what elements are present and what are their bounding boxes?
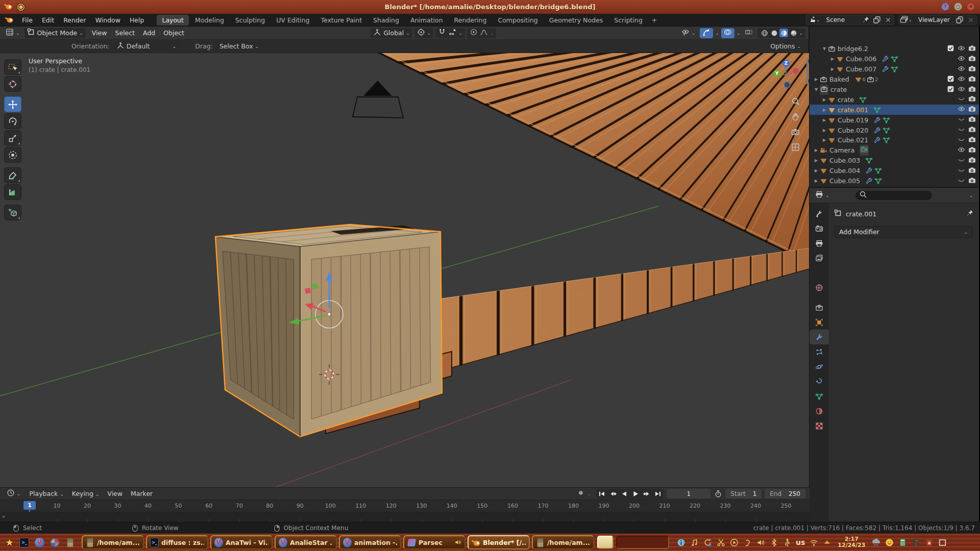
viewport-menu-view[interactable]: View (88, 28, 111, 38)
playback-keynext-button[interactable] (641, 489, 652, 499)
tool-move-button[interactable] (4, 96, 21, 112)
playback-jumplast-button[interactable] (652, 489, 664, 499)
properties-tab-material[interactable] (810, 404, 829, 418)
properties-tab-viewlayer[interactable] (810, 251, 829, 265)
toggle-eye[interactable] (958, 65, 965, 74)
end-frame-field[interactable]: End 250 (765, 489, 805, 498)
shading-wireframe-button[interactable] (760, 29, 769, 37)
playback-jumpfirst-button[interactable] (596, 489, 607, 499)
zoom-tool-button[interactable] (791, 97, 800, 106)
auto-keying-toggle[interactable]: ⌄ (574, 489, 594, 499)
tool-scale-button[interactable] (4, 130, 21, 146)
properties-options-dropdown[interactable]: ⌄ (969, 193, 973, 198)
toggle-cam[interactable] (968, 55, 976, 64)
gizmos-toggle[interactable] (700, 28, 713, 38)
outliner-item-label[interactable]: bridge6.2 (838, 45, 868, 53)
outliner-row-cube-004[interactable]: ▶Cube.004 (810, 166, 979, 176)
timeline-expand-icon[interactable]: « (2, 514, 5, 519)
viewlayer-browse-button[interactable]: ⌄ (899, 15, 915, 25)
timeline-editor-type-button[interactable]: ⌄ (4, 489, 23, 499)
tray-scissors-icon[interactable] (716, 538, 725, 547)
navigation-gizmo[interactable]: ZY (770, 58, 802, 92)
expander-icon[interactable]: ▶ (813, 179, 820, 183)
taskbar-task-cabinet[interactable]: /home/am... (532, 535, 594, 549)
expander-icon[interactable]: ▶ (829, 57, 836, 61)
taskbar-task-vivaldi[interactable]: Vanimation -... (339, 535, 401, 549)
add-modifier-button[interactable]: Add Modifier ⌄ (834, 226, 973, 238)
maximize-button[interactable]: □ (954, 3, 962, 11)
expander-icon[interactable]: ▶ (813, 148, 820, 153)
toggle-eyeoff[interactable] (958, 126, 965, 135)
tray-ear-icon[interactable] (743, 538, 752, 547)
expander-icon[interactable]: ▶ (821, 128, 828, 133)
taskbar-task-blender[interactable]: Blender* [/... (468, 535, 530, 549)
properties-editor-type-button[interactable]: ⌄ (813, 190, 832, 201)
toggle-eyeoff[interactable] (958, 95, 965, 104)
tray-notebook-icon[interactable] (911, 538, 920, 547)
outliner-item-label[interactable]: Cube.003 (829, 157, 860, 164)
pin-icon[interactable] (860, 16, 871, 24)
overlays-toggle[interactable] (721, 28, 734, 38)
outliner-row-cube-020[interactable]: ▶Cube.020 (810, 125, 979, 135)
timeline-menu-marker[interactable]: Marker (127, 489, 157, 498)
options-dropdown[interactable]: Options⌄ (768, 41, 803, 52)
toggle-eye[interactable] (958, 55, 965, 64)
outliner-item-label[interactable]: Cube.007 (846, 65, 876, 73)
xray-toggle[interactable] (742, 28, 755, 38)
gizmos-dropdown[interactable]: ⌄ (715, 31, 719, 36)
orientation-setting-dropdown[interactable]: Default⌄ (114, 41, 179, 52)
viewport-scrollbar[interactable] (806, 58, 808, 85)
keyboard-layout-indicator[interactable]: us (796, 538, 805, 546)
quicklaunch-media-icon[interactable] (50, 537, 60, 548)
quicklaunch-terminal-icon[interactable]: >_ (19, 537, 30, 548)
expander-icon[interactable]: ▶ (821, 108, 828, 112)
scene-camera-object[interactable] (353, 81, 403, 118)
current-frame-field[interactable]: 1 (667, 489, 710, 498)
viewport-menu-select[interactable]: Select (111, 28, 139, 38)
axis-x-handle[interactable] (793, 68, 799, 74)
toggle-check[interactable] (947, 75, 954, 84)
workspace-switcher-button[interactable] (597, 536, 614, 549)
menu-help[interactable]: Help (125, 15, 149, 26)
toggle-cam[interactable] (968, 65, 976, 74)
viewlayer-name[interactable]: ViewLayer (914, 16, 954, 23)
toggle-cam[interactable] (968, 85, 976, 94)
scene-browse-button[interactable]: ⌄ (806, 15, 822, 25)
orientation-dropdown[interactable]: Global⌄ (371, 28, 412, 38)
scene-name[interactable]: Scene (822, 16, 860, 23)
workspace-tab-modeling[interactable]: Modeling (190, 15, 229, 26)
playback-keyprev-button[interactable] (607, 489, 619, 499)
workspace-tab-compositing[interactable]: Compositing (493, 15, 543, 26)
tool-add-cube-button[interactable] (4, 205, 21, 220)
blender-menu-icon[interactable] (5, 15, 13, 25)
timeline-ruler[interactable]: 1020304050607080901001101201301401501601… (0, 500, 810, 512)
pan-tool-button[interactable] (791, 112, 800, 121)
tray-dictionary-icon[interactable]: a (924, 538, 934, 547)
proportional-toggle[interactable] (470, 28, 478, 38)
expander-icon[interactable]: ▶ (821, 138, 828, 142)
timeline-menu-view[interactable]: View (103, 489, 127, 498)
shading-rendered-button[interactable] (789, 29, 798, 37)
toggle-check[interactable] (947, 85, 954, 94)
toggle-eyeoff[interactable] (958, 136, 965, 145)
tray-window-icon[interactable] (938, 538, 947, 547)
expander-icon[interactable]: ▶ (821, 97, 828, 102)
editor-type-button[interactable]: ⌄ (3, 28, 22, 38)
toggle-cam[interactable] (968, 105, 976, 114)
tool-cursor-button[interactable] (4, 76, 21, 92)
toggle-eyeoff[interactable] (958, 156, 965, 165)
toggle-eye[interactable] (958, 146, 965, 155)
outliner-row-crate[interactable]: ▼crate (810, 85, 979, 95)
expander-icon[interactable]: ▶ (829, 67, 836, 71)
expander-icon[interactable]: ▼ (813, 87, 820, 92)
outliner-item-label[interactable]: Cube.005 (829, 177, 860, 185)
outliner-row-cube-006[interactable]: ▶Cube.006 (810, 54, 979, 64)
tool-rotate-button[interactable] (4, 113, 21, 129)
expander-icon[interactable]: ▶ (813, 168, 820, 173)
workspace-tab-layout[interactable]: Layout (157, 15, 189, 26)
properties-tab-object[interactable] (810, 315, 829, 330)
tray-speaker-icon[interactable] (756, 538, 765, 547)
outliner-item-label[interactable]: Cube.021 (838, 136, 868, 144)
toggle-eye[interactable] (958, 85, 965, 94)
tool-transform-button[interactable] (4, 147, 21, 163)
